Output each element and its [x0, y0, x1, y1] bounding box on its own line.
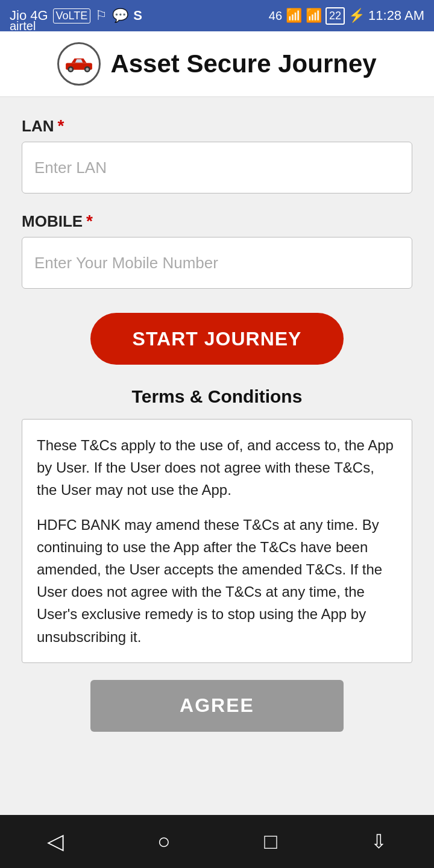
time-display: 11:28 AM: [368, 8, 424, 24]
lightning-icon: ⚡: [348, 8, 365, 24]
skype-icon: S: [133, 8, 142, 24]
carrier-airtel: airtel: [10, 19, 36, 33]
mobile-input[interactable]: [22, 237, 412, 289]
lan-label: LAN *: [22, 116, 412, 136]
terms-paragraph-2: HDFC BANK may amend these T&Cs at any ti…: [37, 514, 397, 648]
mobile-label: MOBILE *: [22, 212, 412, 231]
terms-title: Terms & Conditions: [22, 386, 412, 407]
signal-bars-icon: 📶: [286, 8, 302, 24]
signal-bars2-icon: 📶: [306, 8, 322, 24]
bottom-nav: ◁ ○ □ ⇩: [0, 815, 434, 868]
menu-button[interactable]: ⇩: [371, 830, 387, 853]
recent-apps-button[interactable]: □: [264, 829, 277, 854]
battery-indicator: 22: [326, 7, 345, 25]
agree-button[interactable]: AGREE: [90, 680, 344, 732]
start-journey-button[interactable]: START JOURNEY: [90, 313, 344, 365]
lan-required-star: *: [57, 116, 64, 136]
message-icon: 💬: [112, 8, 128, 24]
status-right: 46 📶 📶 22 ⚡ 11:28 AM: [269, 7, 424, 25]
main-content: LAN * MOBILE * START JOURNEY Terms & Con…: [0, 97, 434, 815]
status-bar: Jio 4G VoLTE ⚐ 💬 S airtel 46 📶 📶 22 ⚡ 11…: [0, 0, 434, 31]
home-button[interactable]: ○: [157, 829, 171, 854]
back-button[interactable]: ◁: [47, 829, 64, 854]
terms-content-box[interactable]: These T&Cs apply to the use of, and acce…: [22, 419, 412, 663]
terms-paragraph-1: These T&Cs apply to the use of, and acce…: [37, 434, 397, 502]
mobile-required-star: *: [86, 212, 93, 231]
status-left: Jio 4G VoLTE ⚐ 💬 S airtel: [10, 8, 147, 24]
volte-badge: VoLTE: [53, 8, 91, 24]
app-logo: [57, 42, 101, 86]
car-icon: [64, 55, 94, 73]
usb-icon: ⚐: [95, 8, 107, 24]
svg-point-4: [86, 68, 89, 71]
signal-4g: 46: [269, 9, 282, 23]
page-title: Asset Secure Journey: [110, 49, 376, 78]
svg-point-2: [69, 68, 72, 71]
app-header: Asset Secure Journey: [0, 31, 434, 97]
lan-input[interactable]: [22, 142, 412, 193]
